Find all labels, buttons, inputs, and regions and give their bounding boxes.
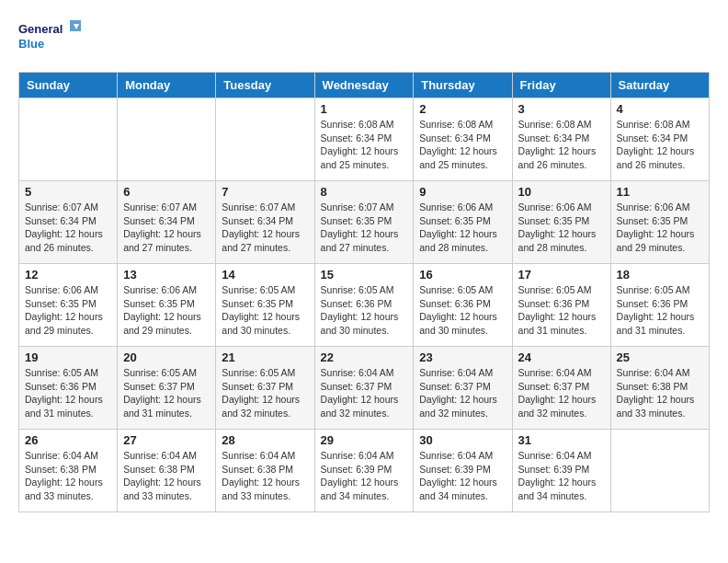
calendar-cell: 18Sunrise: 6:05 AM Sunset: 6:36 PM Dayli… (610, 264, 709, 347)
day-number: 17 (518, 268, 605, 282)
calendar-cell: 3Sunrise: 6:08 AM Sunset: 6:34 PM Daylig… (512, 98, 610, 181)
day-header-tuesday: Tuesday (216, 73, 314, 98)
day-number: 10 (518, 185, 605, 199)
day-number: 8 (321, 185, 408, 199)
day-info: Sunrise: 6:04 AM Sunset: 6:39 PM Dayligh… (321, 449, 408, 503)
calendar-cell: 8Sunrise: 6:07 AM Sunset: 6:35 PM Daylig… (314, 181, 414, 264)
day-info: Sunrise: 6:06 AM Sunset: 6:35 PM Dayligh… (25, 283, 111, 338)
calendar-cell: 26Sunrise: 6:04 AM Sunset: 6:38 PM Dayli… (19, 430, 118, 512)
day-number: 16 (419, 268, 506, 282)
week-row-3: 12Sunrise: 6:06 AM Sunset: 6:35 PM Dayli… (19, 264, 710, 347)
day-info: Sunrise: 6:06 AM Sunset: 6:35 PM Dayligh… (123, 283, 210, 338)
day-number: 21 (222, 350, 308, 364)
day-info: Sunrise: 6:07 AM Sunset: 6:34 PM Dayligh… (123, 201, 210, 255)
day-number: 7 (222, 185, 308, 199)
day-number: 24 (518, 350, 605, 364)
day-header-friday: Friday (512, 73, 610, 98)
day-info: Sunrise: 6:04 AM Sunset: 6:37 PM Dayligh… (419, 366, 506, 420)
calendar-cell: 6Sunrise: 6:07 AM Sunset: 6:34 PM Daylig… (118, 181, 216, 264)
day-number: 6 (123, 185, 210, 199)
calendar-cell: 5Sunrise: 6:07 AM Sunset: 6:34 PM Daylig… (19, 181, 118, 264)
day-info: Sunrise: 6:04 AM Sunset: 6:37 PM Dayligh… (518, 366, 605, 420)
day-number: 19 (25, 350, 111, 364)
day-info: Sunrise: 6:04 AM Sunset: 6:38 PM Dayligh… (25, 449, 111, 503)
calendar-cell (216, 98, 314, 181)
day-header-saturday: Saturday (610, 73, 709, 98)
day-info: Sunrise: 6:05 AM Sunset: 6:36 PM Dayligh… (321, 283, 408, 338)
calendar-cell: 15Sunrise: 6:05 AM Sunset: 6:36 PM Dayli… (314, 264, 414, 347)
logo: General Blue (18, 18, 83, 57)
day-info: Sunrise: 6:04 AM Sunset: 6:37 PM Dayligh… (321, 366, 408, 420)
day-number: 3 (518, 102, 605, 116)
day-number: 18 (617, 268, 703, 282)
day-info: Sunrise: 6:07 AM Sunset: 6:35 PM Dayligh… (321, 201, 408, 255)
day-number: 31 (518, 433, 605, 447)
day-info: Sunrise: 6:05 AM Sunset: 6:36 PM Dayligh… (617, 283, 703, 338)
day-number: 25 (617, 350, 703, 364)
calendar-cell: 29Sunrise: 6:04 AM Sunset: 6:39 PM Dayli… (314, 430, 414, 512)
day-info: Sunrise: 6:06 AM Sunset: 6:35 PM Dayligh… (617, 201, 703, 255)
calendar-cell: 28Sunrise: 6:04 AM Sunset: 6:38 PM Dayli… (216, 430, 314, 512)
calendar-cell: 16Sunrise: 6:05 AM Sunset: 6:36 PM Dayli… (414, 264, 512, 347)
day-info: Sunrise: 6:06 AM Sunset: 6:35 PM Dayligh… (518, 201, 605, 255)
logo-svg: General Blue (18, 18, 83, 57)
day-number: 5 (25, 185, 111, 199)
calendar-cell: 21Sunrise: 6:05 AM Sunset: 6:37 PM Dayli… (216, 347, 314, 430)
day-number: 22 (321, 350, 408, 364)
day-header-monday: Monday (118, 73, 216, 98)
calendar-cell: 7Sunrise: 6:07 AM Sunset: 6:34 PM Daylig… (216, 181, 314, 264)
day-info: Sunrise: 6:04 AM Sunset: 6:39 PM Dayligh… (518, 449, 605, 503)
calendar-cell: 2Sunrise: 6:08 AM Sunset: 6:34 PM Daylig… (414, 98, 512, 181)
day-info: Sunrise: 6:07 AM Sunset: 6:34 PM Dayligh… (222, 201, 308, 255)
day-info: Sunrise: 6:05 AM Sunset: 6:36 PM Dayligh… (518, 283, 605, 338)
calendar-cell: 27Sunrise: 6:04 AM Sunset: 6:38 PM Dayli… (118, 430, 216, 512)
calendar-cell: 4Sunrise: 6:08 AM Sunset: 6:34 PM Daylig… (610, 98, 709, 181)
calendar-cell (19, 98, 118, 181)
day-number: 30 (419, 433, 506, 447)
day-number: 13 (123, 268, 210, 282)
calendar-cell: 23Sunrise: 6:04 AM Sunset: 6:37 PM Dayli… (414, 347, 512, 430)
days-header-row: SundayMondayTuesdayWednesdayThursdayFrid… (19, 73, 710, 98)
day-info: Sunrise: 6:05 AM Sunset: 6:36 PM Dayligh… (419, 283, 506, 338)
day-number: 11 (617, 185, 703, 199)
calendar-cell (118, 98, 216, 181)
day-info: Sunrise: 6:05 AM Sunset: 6:36 PM Dayligh… (25, 366, 111, 420)
week-row-2: 5Sunrise: 6:07 AM Sunset: 6:34 PM Daylig… (19, 181, 710, 264)
calendar-cell: 13Sunrise: 6:06 AM Sunset: 6:35 PM Dayli… (118, 264, 216, 347)
week-row-4: 19Sunrise: 6:05 AM Sunset: 6:36 PM Dayli… (19, 347, 710, 430)
day-info: Sunrise: 6:05 AM Sunset: 6:37 PM Dayligh… (222, 366, 308, 420)
svg-text:Blue: Blue (18, 37, 44, 51)
day-info: Sunrise: 6:08 AM Sunset: 6:34 PM Dayligh… (617, 118, 703, 172)
day-info: Sunrise: 6:08 AM Sunset: 6:34 PM Dayligh… (518, 118, 605, 172)
svg-text:General: General (18, 22, 63, 36)
day-info: Sunrise: 6:05 AM Sunset: 6:37 PM Dayligh… (123, 366, 210, 420)
day-header-thursday: Thursday (414, 73, 512, 98)
day-info: Sunrise: 6:08 AM Sunset: 6:34 PM Dayligh… (419, 118, 506, 172)
calendar-cell: 22Sunrise: 6:04 AM Sunset: 6:37 PM Dayli… (314, 347, 414, 430)
day-number: 2 (419, 102, 506, 116)
day-info: Sunrise: 6:07 AM Sunset: 6:34 PM Dayligh… (25, 201, 111, 255)
day-number: 29 (321, 433, 408, 447)
calendar-cell: 11Sunrise: 6:06 AM Sunset: 6:35 PM Dayli… (610, 181, 709, 264)
calendar-cell (610, 430, 709, 512)
day-info: Sunrise: 6:06 AM Sunset: 6:35 PM Dayligh… (419, 201, 506, 255)
day-number: 23 (419, 350, 506, 364)
calendar-cell: 31Sunrise: 6:04 AM Sunset: 6:39 PM Dayli… (512, 430, 610, 512)
week-row-1: 1Sunrise: 6:08 AM Sunset: 6:34 PM Daylig… (19, 98, 710, 181)
day-info: Sunrise: 6:05 AM Sunset: 6:35 PM Dayligh… (222, 283, 308, 338)
day-number: 28 (222, 433, 308, 447)
calendar-cell: 14Sunrise: 6:05 AM Sunset: 6:35 PM Dayli… (216, 264, 314, 347)
calendar-cell: 17Sunrise: 6:05 AM Sunset: 6:36 PM Dayli… (512, 264, 610, 347)
day-number: 9 (419, 185, 506, 199)
day-info: Sunrise: 6:08 AM Sunset: 6:34 PM Dayligh… (321, 118, 408, 172)
day-info: Sunrise: 6:04 AM Sunset: 6:38 PM Dayligh… (222, 449, 308, 503)
day-info: Sunrise: 6:04 AM Sunset: 6:38 PM Dayligh… (617, 366, 703, 420)
calendar-cell: 12Sunrise: 6:06 AM Sunset: 6:35 PM Dayli… (19, 264, 118, 347)
day-info: Sunrise: 6:04 AM Sunset: 6:38 PM Dayligh… (123, 449, 210, 503)
calendar-cell: 19Sunrise: 6:05 AM Sunset: 6:36 PM Dayli… (19, 347, 118, 430)
calendar-table: SundayMondayTuesdayWednesdayThursdayFrid… (18, 72, 710, 512)
day-header-sunday: Sunday (19, 73, 118, 98)
day-number: 20 (123, 350, 210, 364)
day-number: 1 (321, 102, 408, 116)
day-number: 4 (617, 102, 703, 116)
